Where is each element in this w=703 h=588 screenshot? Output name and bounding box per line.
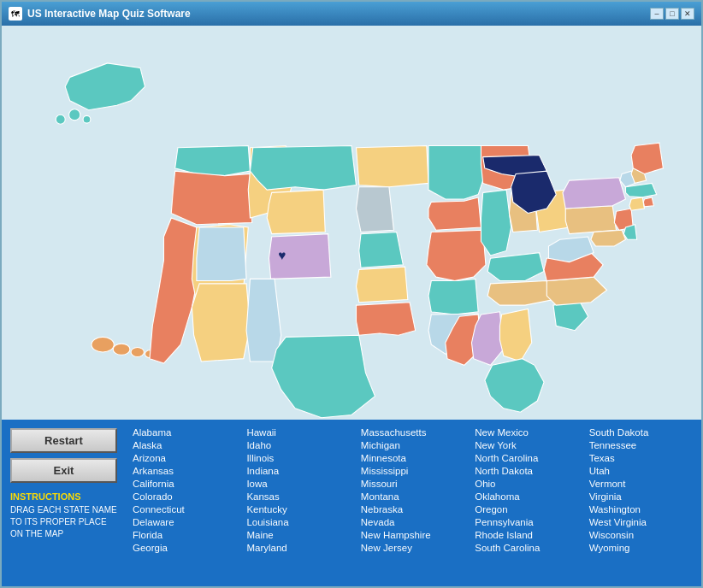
- maximize-button[interactable]: □: [665, 8, 679, 20]
- state-item[interactable]: California: [129, 478, 241, 490]
- bottom-panel: Restart Exit INSTRUCTIONS DRAG EACH STAT…: [2, 420, 701, 586]
- svg-marker-20: [246, 279, 281, 362]
- state-item[interactable]: Utah: [586, 465, 698, 477]
- instructions-title: INSTRUCTIONS: [10, 491, 117, 502]
- controls-column: Restart Exit INSTRUCTIONS DRAG EACH STAT…: [2, 420, 126, 586]
- state-item[interactable]: Montana: [357, 491, 470, 503]
- state-item[interactable]: Tennessee: [586, 439, 698, 451]
- svg-marker-21: [356, 145, 428, 186]
- state-item[interactable]: Rhode Island: [471, 529, 583, 541]
- window-title: US Interactive Map Quiz Software: [27, 8, 650, 20]
- state-item[interactable]: Virginia: [586, 491, 698, 503]
- state-item[interactable]: West Virginia: [586, 516, 698, 528]
- instructions-block: INSTRUCTIONS DRAG EACH STATE NAME TO ITS…: [10, 491, 117, 540]
- state-item[interactable]: Alaska: [129, 439, 241, 451]
- state-item[interactable]: Michigan: [357, 439, 470, 451]
- svg-point-5: [92, 337, 114, 352]
- instructions-text: DRAG EACH STATE NAME TO ITS PROPER PLACE…: [10, 504, 117, 540]
- states-list: AlabamaAlaskaArizonaArkansasCaliforniaCo…: [126, 420, 701, 586]
- state-item[interactable]: Arizona: [129, 452, 241, 464]
- state-item[interactable]: Nebraska: [357, 503, 470, 515]
- state-item[interactable]: Ohio: [471, 478, 583, 490]
- svg-marker-24: [356, 267, 407, 303]
- svg-marker-29: [427, 230, 486, 280]
- state-item[interactable]: Kentucky: [243, 503, 355, 515]
- state-item[interactable]: Missouri: [357, 478, 470, 490]
- state-item[interactable]: Arkansas: [129, 465, 241, 477]
- svg-marker-16: [267, 190, 325, 234]
- exit-button[interactable]: Exit: [10, 458, 117, 483]
- state-item[interactable]: North Carolina: [471, 452, 583, 464]
- svg-marker-23: [359, 232, 404, 268]
- state-item[interactable]: Colorado: [129, 491, 241, 503]
- svg-marker-53: [629, 197, 645, 210]
- state-item[interactable]: Oregon: [471, 503, 583, 515]
- svg-marker-58: [631, 143, 663, 173]
- svg-marker-22: [356, 187, 393, 232]
- state-item[interactable]: Louisiana: [243, 516, 355, 528]
- app-icon: 🗺: [9, 7, 22, 21]
- state-item[interactable]: Florida: [129, 529, 241, 541]
- state-item[interactable]: Delaware: [129, 516, 241, 528]
- svg-marker-47: [565, 206, 616, 234]
- state-item[interactable]: North Dakota: [471, 465, 583, 477]
- state-item[interactable]: Washington: [586, 503, 698, 515]
- state-item[interactable]: New Hampshire: [357, 529, 470, 541]
- states-col-2: HawaiiIdahoIllinoisIndianaIowaKansasKent…: [243, 426, 355, 579]
- state-item[interactable]: South Dakota: [586, 426, 698, 438]
- state-item[interactable]: New Mexico: [471, 426, 583, 438]
- svg-marker-15: [250, 145, 356, 190]
- svg-marker-30: [428, 279, 478, 315]
- main-window: 🗺 US Interactive Map Quiz Software – □ ✕: [0, 0, 703, 588]
- state-item[interactable]: Mississippi: [357, 465, 470, 477]
- svg-point-3: [56, 115, 65, 124]
- state-item[interactable]: Pennsylvania: [471, 516, 583, 528]
- state-item[interactable]: Kansas: [243, 491, 355, 503]
- state-item[interactable]: Wisconsin: [586, 529, 698, 541]
- title-bar: 🗺 US Interactive Map Quiz Software – □ ✕: [2, 2, 701, 26]
- state-item[interactable]: Massachusetts: [357, 426, 470, 438]
- svg-marker-25: [356, 303, 415, 335]
- state-item[interactable]: Minnesota: [357, 452, 470, 464]
- state-item[interactable]: New York: [471, 439, 583, 451]
- state-item[interactable]: Idaho: [243, 439, 355, 451]
- state-item[interactable]: Iowa: [243, 478, 355, 490]
- states-col-1: AlabamaAlaskaArizonaArkansasCaliforniaCo…: [129, 426, 241, 579]
- svg-marker-11: [171, 171, 251, 225]
- window-controls: – □ ✕: [650, 8, 694, 20]
- state-item[interactable]: Maine: [243, 529, 355, 541]
- states-col-5: South DakotaTennesseeTexasUtahVermontVir…: [586, 426, 698, 579]
- minimize-button[interactable]: –: [650, 8, 664, 20]
- map-area: ♥: [2, 26, 701, 420]
- state-item[interactable]: Wyoming: [586, 542, 698, 554]
- state-item[interactable]: South Carolina: [471, 542, 583, 554]
- svg-marker-38: [487, 281, 553, 306]
- svg-marker-27: [428, 145, 483, 199]
- us-map-svg: ♥: [2, 26, 701, 420]
- svg-point-2: [69, 109, 80, 121]
- state-item[interactable]: Maryland: [243, 542, 355, 554]
- state-item[interactable]: Illinois: [243, 452, 355, 464]
- state-item[interactable]: Connecticut: [129, 503, 241, 515]
- svg-marker-10: [175, 145, 251, 175]
- state-item[interactable]: New Jersey: [357, 542, 470, 554]
- svg-point-7: [131, 347, 144, 356]
- svg-text:♥: ♥: [278, 248, 286, 262]
- svg-marker-19: [192, 284, 250, 362]
- state-item[interactable]: Texas: [586, 452, 698, 464]
- svg-point-6: [113, 344, 130, 355]
- state-item[interactable]: Hawaii: [243, 426, 355, 438]
- state-item[interactable]: Georgia: [129, 542, 241, 554]
- svg-marker-34: [481, 190, 511, 256]
- restart-button[interactable]: Restart: [10, 428, 117, 453]
- state-item[interactable]: Indiana: [243, 465, 355, 477]
- state-item[interactable]: Oklahoma: [471, 491, 583, 503]
- state-item[interactable]: Nevada: [357, 516, 470, 528]
- state-item[interactable]: Vermont: [586, 478, 698, 490]
- state-item[interactable]: Alabama: [129, 426, 241, 438]
- states-col-3: MassachusettsMichiganMinnesotaMississipp…: [357, 426, 470, 579]
- svg-marker-18: [197, 227, 246, 281]
- svg-point-4: [83, 115, 91, 123]
- close-button[interactable]: ✕: [681, 8, 694, 20]
- svg-marker-28: [428, 197, 481, 230]
